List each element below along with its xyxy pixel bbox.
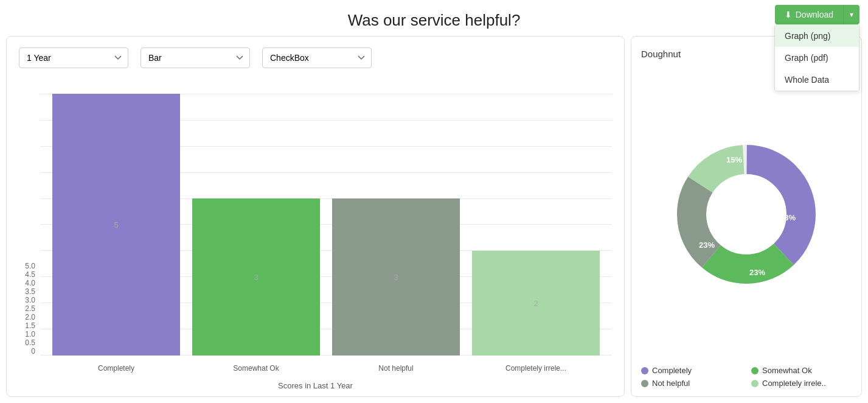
download-button[interactable]: ⬇ Download bbox=[775, 5, 843, 24]
y-label-15: 1.5 bbox=[19, 321, 35, 330]
legend-label-not-helpful: Not helpful bbox=[652, 379, 690, 388]
legend-label-completely-irrele: Completely irrele.. bbox=[762, 379, 826, 388]
doughnut-center bbox=[709, 177, 784, 252]
legend-item-not-helpful: Not helpful bbox=[641, 379, 741, 388]
input-type-select[interactable]: CheckBox Radio Dropdown bbox=[262, 47, 372, 68]
bar-not-helpful: 3 bbox=[332, 198, 460, 356]
content-area: 1 Year 6 Months 3 Months 1 Month Bar Lin… bbox=[0, 36, 868, 403]
bar-group-completely: 5 Completely bbox=[52, 94, 180, 356]
y-label-25: 2.5 bbox=[19, 304, 35, 313]
download-btn-group: ⬇ Download ▾ bbox=[775, 5, 859, 24]
download-label: Download bbox=[796, 10, 833, 19]
download-icon: ⬇ bbox=[785, 10, 792, 19]
bar-group-not-helpful: 3 Not helpful bbox=[332, 198, 460, 356]
y-label-20: 2.0 bbox=[19, 313, 35, 321]
legend-label-completely: Completely bbox=[652, 366, 692, 375]
download-arrow-button[interactable]: ▾ bbox=[843, 5, 859, 24]
download-area: ⬇ Download ▾ Graph (png) Graph (pdf) Who… bbox=[775, 5, 859, 24]
bar-label-completely: Completely bbox=[98, 364, 134, 373]
y-label-00: 0 bbox=[19, 347, 35, 356]
bar-label-completely-irrele: Completely irrele... bbox=[505, 364, 566, 373]
dropdown-item-graph-png[interactable]: Graph (png) bbox=[775, 25, 859, 47]
page-wrapper: ⬇ Download ▾ Graph (png) Graph (pdf) Who… bbox=[0, 0, 868, 403]
bar-value-somewhat-ok: 3 bbox=[254, 273, 258, 282]
legend-dot-somewhat-ok bbox=[751, 367, 759, 374]
chart-subtitle: Scores in Last 1 Year bbox=[19, 379, 612, 390]
bars-row: 5 Completely 3 Somewhat Ok bbox=[40, 94, 612, 374]
bar-group-completely-irrele: 2 Completely irrele... bbox=[472, 251, 600, 356]
chart-panel: 1 Year 6 Months 3 Months 1 Month Bar Lin… bbox=[6, 36, 625, 397]
filter-row: 1 Year 6 Months 3 Months 1 Month Bar Lin… bbox=[19, 47, 612, 68]
bar-value-not-helpful: 3 bbox=[394, 273, 398, 282]
download-dropdown: Graph (png) Graph (pdf) Whole Data bbox=[774, 24, 859, 91]
y-label-40: 4.0 bbox=[19, 279, 35, 287]
dropdown-item-whole-data[interactable]: Whole Data bbox=[775, 69, 859, 91]
legend-label-somewhat-ok: Somewhat Ok bbox=[762, 366, 812, 375]
label-irrele-pct: 15% bbox=[726, 155, 742, 164]
doughnut-legend: Completely Somewhat Ok Not helpful Compl… bbox=[641, 366, 852, 388]
label-not-helpful-pct: 23% bbox=[699, 240, 715, 250]
page-title: Was our service helpful? bbox=[0, 0, 868, 36]
time-filter-select[interactable]: 1 Year 6 Months 3 Months 1 Month bbox=[19, 47, 128, 68]
y-label-35: 3.5 bbox=[19, 287, 35, 296]
bar-group-somewhat-ok: 3 Somewhat Ok bbox=[192, 198, 320, 356]
label-somewhat-ok-pct: 23% bbox=[749, 268, 765, 277]
bar-chart-area: 5.0 4.5 4.0 3.5 3.0 2.5 2.0 1.5 1.0 0.5 … bbox=[19, 79, 612, 390]
doughnut-chart-area: 38% 23% 23% 15% bbox=[641, 69, 852, 360]
y-label-05: 0.5 bbox=[19, 338, 35, 347]
bar-somewhat-ok: 3 bbox=[192, 198, 320, 356]
legend-dot-not-helpful bbox=[641, 380, 648, 387]
bar-chart-container: 5.0 4.5 4.0 3.5 3.0 2.5 2.0 1.5 1.0 0.5 … bbox=[19, 79, 612, 374]
legend-item-somewhat-ok: Somewhat Ok bbox=[751, 366, 852, 375]
bar-value-completely-irrele: 2 bbox=[533, 299, 538, 308]
doughnut-svg: 38% 23% 23% 15% bbox=[667, 135, 825, 293]
legend-item-completely: Completely bbox=[641, 366, 741, 375]
y-label-45: 4.5 bbox=[19, 270, 35, 279]
legend-item-completely-irrele: Completely irrele.. bbox=[751, 379, 852, 388]
y-label-50: 5.0 bbox=[19, 262, 35, 270]
y-axis: 5.0 4.5 4.0 3.5 3.0 2.5 2.0 1.5 1.0 0.5 … bbox=[19, 262, 40, 374]
bar-label-somewhat-ok: Somewhat Ok bbox=[233, 364, 279, 373]
bar-completely: 5 bbox=[52, 94, 180, 356]
label-completely-pct: 38% bbox=[780, 213, 796, 222]
dropdown-item-graph-pdf[interactable]: Graph (pdf) bbox=[775, 47, 859, 69]
doughnut-title: Doughnut bbox=[641, 49, 681, 59]
bar-value-completely: 5 bbox=[114, 220, 118, 230]
bars-area: 5 Completely 3 Somewhat Ok bbox=[40, 94, 612, 374]
y-label-30: 3.0 bbox=[19, 296, 35, 304]
bar-label-not-helpful: Not helpful bbox=[378, 364, 413, 373]
chart-type-select[interactable]: Bar Line Area bbox=[141, 47, 250, 68]
y-label-10: 1.0 bbox=[19, 330, 35, 338]
legend-dot-completely bbox=[641, 367, 648, 374]
legend-dot-completely-irrele bbox=[751, 380, 759, 387]
bar-completely-irrele: 2 bbox=[472, 251, 600, 356]
